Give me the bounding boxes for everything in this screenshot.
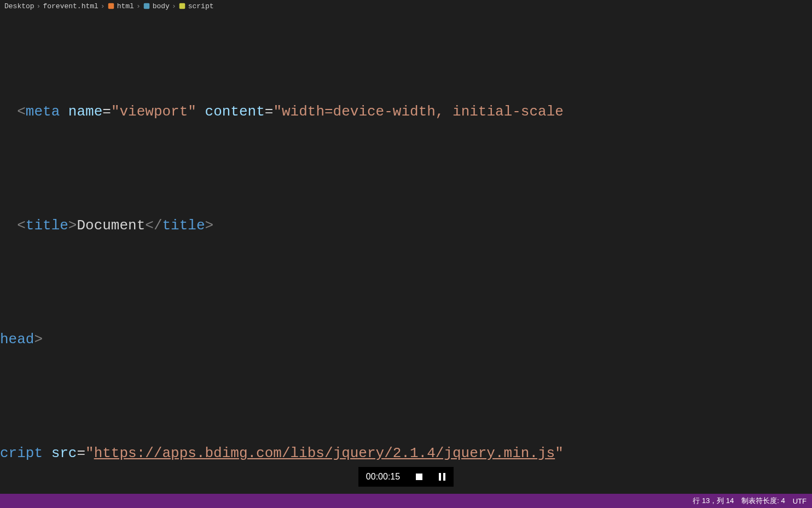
app-root: Desktop › forevent.html › html › body › … xyxy=(0,0,812,508)
breadcrumb-item[interactable]: forevent.html xyxy=(43,2,98,10)
video-time: 00:00:15 xyxy=(358,467,408,487)
breadcrumb: Desktop › forevent.html › html › body › … xyxy=(0,0,812,12)
svg-rect-2 xyxy=(179,3,185,9)
breadcrumb-separator: › xyxy=(136,2,141,10)
pause-button[interactable] xyxy=(431,467,454,487)
breadcrumb-item[interactable]: Desktop xyxy=(4,2,34,10)
svg-rect-4 xyxy=(439,473,441,481)
breadcrumb-separator: › xyxy=(172,2,176,10)
code-line[interactable]: head> xyxy=(0,325,812,354)
code-editor[interactable]: <meta name="viewport" content="width=dev… xyxy=(0,12,812,473)
svg-rect-1 xyxy=(143,3,149,9)
breadcrumb-separator: › xyxy=(101,2,105,10)
status-bar: 行 13，列 14 制表符长度: 4 UTF xyxy=(0,494,812,508)
status-line-col[interactable]: 行 13，列 14 xyxy=(693,496,734,506)
breadcrumb-item[interactable]: script xyxy=(178,2,214,10)
breadcrumb-item[interactable]: body xyxy=(143,2,170,10)
breadcrumb-item[interactable]: html xyxy=(107,2,134,10)
stop-button[interactable] xyxy=(408,467,431,487)
pause-icon xyxy=(438,472,446,481)
html-icon xyxy=(107,2,115,10)
script-icon xyxy=(178,2,186,10)
svg-rect-0 xyxy=(108,3,114,9)
svg-rect-5 xyxy=(443,473,445,481)
breadcrumb-separator: › xyxy=(37,2,41,10)
code-line[interactable]: cript src="https://apps.bdimg.com/libs/j… xyxy=(0,439,812,467)
status-tab-size[interactable]: 制表符长度: 4 xyxy=(741,496,785,506)
code-line[interactable]: <meta name="viewport" content="width=dev… xyxy=(0,97,812,126)
code-line[interactable]: <title>Document</title> xyxy=(0,211,812,240)
stop-icon xyxy=(415,472,424,481)
svg-rect-3 xyxy=(416,474,422,480)
status-encoding[interactable]: UTF xyxy=(793,497,807,505)
tag-icon xyxy=(143,2,150,10)
